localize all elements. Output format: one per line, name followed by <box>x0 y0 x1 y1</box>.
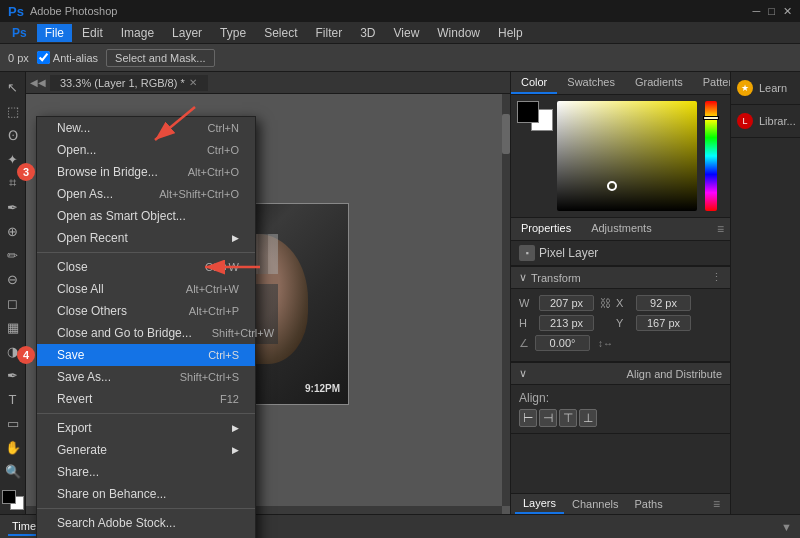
tab-swatches[interactable]: Swatches <box>557 72 625 94</box>
menu-open-smart[interactable]: Open as Smart Object... <box>37 205 255 227</box>
menu-revert[interactable]: Revert F12 <box>37 388 255 410</box>
fg-bg-swatches[interactable] <box>517 101 553 131</box>
canvas-tab-active[interactable]: 33.3% (Layer 1, RGB/8) * ✕ <box>50 75 208 91</box>
panel-collapse-icon[interactable]: ◀◀ <box>30 77 46 88</box>
color-picker-handle[interactable] <box>607 181 617 191</box>
tab-color[interactable]: Color <box>511 72 557 94</box>
color-picker <box>511 95 730 217</box>
props-panel-menu[interactable]: ≡ <box>711 218 730 240</box>
angle-value[interactable]: 0.00° <box>535 335 590 351</box>
close-button[interactable]: ✕ <box>783 5 792 18</box>
tab-channels[interactable]: Channels <box>564 495 626 513</box>
hue-handle[interactable] <box>703 116 719 120</box>
hue-spectrum[interactable] <box>705 101 717 211</box>
fg-color-swatch[interactable] <box>517 101 539 123</box>
x-value[interactable]: 92 px <box>636 295 691 311</box>
tool-eraser[interactable]: ◻ <box>2 292 24 314</box>
tool-healing[interactable]: ⊕ <box>2 220 24 242</box>
minimize-button[interactable]: ─ <box>753 5 761 18</box>
tab-layers[interactable]: Layers <box>515 494 564 514</box>
tool-marquee[interactable]: ⬚ <box>2 100 24 122</box>
app-icon: Ps <box>8 4 24 19</box>
align-center-h-btn[interactable]: ⊣ <box>539 409 557 427</box>
menu-open-recent[interactable]: Open Recent <box>37 227 255 249</box>
color-selector[interactable] <box>2 490 24 510</box>
color-gradient-picker[interactable] <box>557 101 697 211</box>
tool-hand[interactable]: ✋ <box>2 436 24 458</box>
menu-help[interactable]: Help <box>490 24 531 42</box>
tool-gradient[interactable]: ▦ <box>2 316 24 338</box>
props-adj-tabs: Properties Adjustments ≡ <box>511 218 730 241</box>
transform-angle-row: ∠ 0.00° ↕↔ <box>519 335 722 351</box>
menu-close-all[interactable]: Close All Alt+Ctrl+W <box>37 278 255 300</box>
link-icon[interactable]: ⛓ <box>598 296 612 310</box>
menu-close[interactable]: Close Ctrl+W <box>37 256 255 278</box>
menu-browse-bridge[interactable]: Browse in Bridge... Alt+Ctrl+O 3 <box>37 161 255 183</box>
align-right-btn[interactable]: ⊤ <box>559 409 577 427</box>
tool-pen[interactable]: ✒ <box>2 364 24 386</box>
canvas-tab-close[interactable]: ✕ <box>189 77 197 88</box>
menu-close-others[interactable]: Close Others Alt+Ctrl+P <box>37 300 255 322</box>
scrollbar-thumb[interactable] <box>502 114 510 154</box>
anti-alias-label[interactable]: Anti-alias <box>37 51 98 64</box>
file-menu-dropdown: New... Ctrl+N Open... Ctrl+O Browse in B… <box>36 116 256 538</box>
menu-search-stock[interactable]: Search Adobe Stock... <box>37 512 255 534</box>
menu-open-as[interactable]: Open As... Alt+Shift+Ctrl+O <box>37 183 255 205</box>
bottom-panel-toggle[interactable]: ▼ <box>781 521 792 533</box>
tool-move[interactable]: ↖ <box>2 76 24 98</box>
align-left-btn[interactable]: ⊢ <box>519 409 537 427</box>
tool-type[interactable]: T <box>2 388 24 410</box>
menu-save[interactable]: Save Ctrl+S 4 <box>37 344 255 366</box>
tool-clone[interactable]: ⊖ <box>2 268 24 290</box>
menu-select[interactable]: Select <box>256 24 305 42</box>
menu-view[interactable]: View <box>386 24 428 42</box>
menu-close-go-bridge[interactable]: Close and Go to Bridge... Shift+Ctrl+W <box>37 322 255 344</box>
tab-properties[interactable]: Properties <box>511 218 581 240</box>
menu-export[interactable]: Export <box>37 417 255 439</box>
anti-alias-checkbox[interactable] <box>37 51 50 64</box>
menu-new[interactable]: New... Ctrl+N <box>37 117 255 139</box>
tool-eyedropper[interactable]: ✒ <box>2 196 24 218</box>
menu-layer[interactable]: Layer <box>164 24 210 42</box>
align-header[interactable]: ∨ Align and Distribute <box>511 362 730 385</box>
tab-paths[interactable]: Paths <box>627 495 671 513</box>
menu-file[interactable]: File <box>37 24 72 42</box>
menu-type[interactable]: Type <box>212 24 254 42</box>
menu-ps[interactable]: Ps <box>4 24 35 42</box>
menu-place-embedded[interactable]: Place Embedded... <box>37 534 255 538</box>
pixel-layer-label: Pixel Layer <box>539 246 598 260</box>
properties-section: Properties Adjustments ≡ ▪ Pixel Layer ∨… <box>511 218 730 493</box>
transform-menu[interactable]: ⋮ <box>711 271 722 284</box>
menu-save-as[interactable]: Save As... Shift+Ctrl+S <box>37 366 255 388</box>
restore-button[interactable]: □ <box>768 5 775 18</box>
menu-share-behance[interactable]: Share on Behance... <box>37 483 255 505</box>
select-mask-button[interactable]: Select and Mask... <box>106 49 215 67</box>
tool-lasso[interactable]: ʘ <box>2 124 24 146</box>
layers-menu[interactable]: ≡ <box>707 494 726 514</box>
transform-section: ∨ Transform ⋮ W 207 px ⛓ X 92 px H 213 p… <box>511 266 730 362</box>
transform-header[interactable]: ∨ Transform ⋮ <box>511 266 730 289</box>
spectrum-container <box>701 101 717 211</box>
flip-icons[interactable]: ↕↔ <box>598 338 613 349</box>
menu-image[interactable]: Image <box>113 24 162 42</box>
menu-window[interactable]: Window <box>429 24 488 42</box>
menu-filter[interactable]: Filter <box>307 24 350 42</box>
tab-adjustments[interactable]: Adjustments <box>581 218 662 240</box>
vertical-scrollbar[interactable] <box>502 94 510 506</box>
menu-generate[interactable]: Generate <box>37 439 255 461</box>
menu-3d[interactable]: 3D <box>352 24 383 42</box>
y-value[interactable]: 167 px <box>636 315 691 331</box>
y-label: Y <box>616 317 632 329</box>
h-value[interactable]: 213 px <box>539 315 594 331</box>
align-top-btn[interactable]: ⊥ <box>579 409 597 427</box>
menu-share[interactable]: Share... <box>37 461 255 483</box>
menu-open[interactable]: Open... Ctrl+O <box>37 139 255 161</box>
tool-shape[interactable]: ▭ <box>2 412 24 434</box>
menu-edit[interactable]: Edit <box>74 24 111 42</box>
w-value[interactable]: 207 px <box>539 295 594 311</box>
tool-brush[interactable]: ✏ <box>2 244 24 266</box>
learn-button[interactable]: ★ Learn <box>731 72 800 105</box>
tab-gradients[interactable]: Gradients <box>625 72 693 94</box>
tool-zoom[interactable]: 🔍 <box>2 460 24 482</box>
libraries-button[interactable]: L Librar... <box>731 105 800 138</box>
